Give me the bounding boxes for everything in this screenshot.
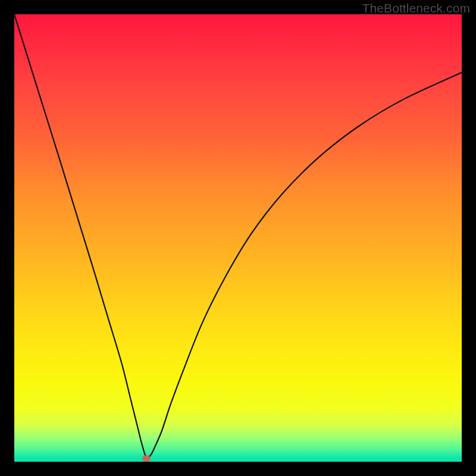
minimum-marker [142, 455, 151, 462]
chart-frame: TheBottleneck.com [0, 0, 476, 476]
bottleneck-curve [14, 14, 462, 462]
watermark-text: TheBottleneck.com [362, 1, 470, 15]
curve-path [14, 14, 462, 458]
plot-area [14, 14, 462, 462]
curve-layer [14, 14, 462, 462]
